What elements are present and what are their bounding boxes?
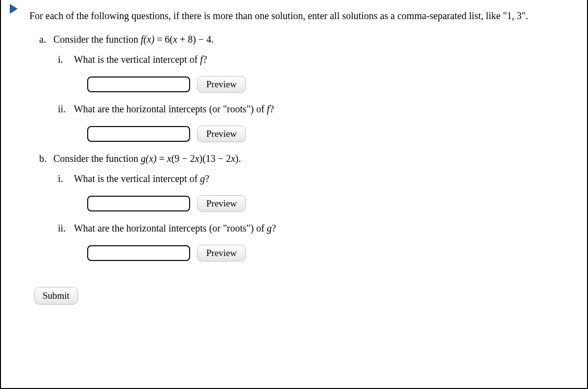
part-a-marker: a. <box>39 34 51 45</box>
part-b-sub-ii: ii. What are the horizontal intercepts (… <box>58 223 572 234</box>
sub-a-ii-marker: ii. <box>58 104 72 115</box>
sub-b-i-text-pre: What is the vertical intercept of <box>74 173 200 184</box>
part-a-prompt-prefix: Consider the function <box>53 34 141 45</box>
answer-row-a-i: Preview <box>87 76 572 93</box>
answer-row-b-i: Preview <box>87 195 572 212</box>
part-a-equals: = <box>154 34 165 45</box>
answer-input-b-ii[interactable] <box>87 245 190 261</box>
preview-button-b-ii[interactable]: Preview <box>197 245 246 261</box>
sub-b-ii-text-pre: What are the horizontal intercepts (or "… <box>74 223 267 233</box>
part-b-prompt-prefix: Consider the function <box>53 153 141 164</box>
part-b-sub-i: i. What is the vertical intercept of g? <box>58 173 572 184</box>
answer-row-b-ii: Preview <box>87 245 572 261</box>
sub-b-i-marker: i. <box>58 173 72 184</box>
submit-button[interactable]: Submit <box>34 287 78 305</box>
answer-input-a-i[interactable] <box>87 77 190 92</box>
sub-a-ii-text-pre: What are the horizontal intercepts (or "… <box>74 104 267 114</box>
question-panel: For each of the following questions, if … <box>0 0 588 389</box>
answer-row-a-ii: Preview <box>87 126 572 142</box>
part-b-marker: b. <box>39 153 51 164</box>
sub-b-ii-text-post: ? <box>272 223 276 233</box>
part-a-func-lhs: f(x) <box>141 34 154 45</box>
part-a-sub-ii: ii. What are the horizontal intercepts (… <box>58 104 572 115</box>
sub-a-i-text-pre: What is the vertical intercept of <box>74 54 200 65</box>
answer-input-b-i[interactable] <box>87 196 190 211</box>
part-b-func-lhs: g(x) <box>141 153 156 164</box>
sub-a-i-marker: i. <box>58 54 72 65</box>
part-b-func-rhs: x(9 − 2x)(13 − 2x). <box>167 153 241 164</box>
sub-a-i-text-post: ? <box>203 54 207 65</box>
part-a: a. Consider the function f(x) = 6(x + 8)… <box>39 34 572 45</box>
preview-button-b-i[interactable]: Preview <box>197 195 246 212</box>
part-b: b. Consider the function g(x) = x(9 − 2x… <box>39 153 572 164</box>
play-icon <box>10 4 18 14</box>
part-a-func-rhs: 6(x + 8) − 4. <box>165 34 214 45</box>
sub-b-ii-marker: ii. <box>58 223 72 234</box>
preview-button-a-i[interactable]: Preview <box>197 76 246 93</box>
part-a-sub-i: i. What is the vertical intercept of f? <box>58 54 572 65</box>
sub-b-ii-fname: g <box>267 223 272 233</box>
intro-text: For each of the following questions, if … <box>29 9 572 23</box>
sub-b-i-text-post: ? <box>205 173 209 184</box>
part-b-equals: = <box>157 153 167 164</box>
answer-input-a-ii[interactable] <box>87 126 190 142</box>
sub-b-i-fname: g <box>200 173 205 184</box>
preview-button-a-ii[interactable]: Preview <box>197 126 246 142</box>
sub-a-ii-text-post: ? <box>270 104 274 114</box>
